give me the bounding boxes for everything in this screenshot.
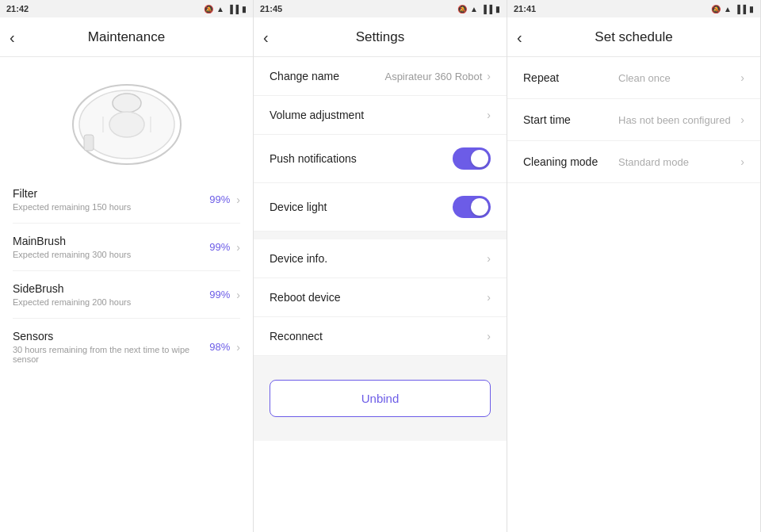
- settings-section-main: Change name Aspirateur 360 Robot › Volum…: [254, 57, 507, 356]
- maintenance-sidebrush-row[interactable]: SideBrush Expected remaining 200 hours 9…: [13, 271, 240, 319]
- change-name-value: Aspirateur 360 Robot ›: [384, 70, 491, 82]
- battery-icon-2: ▮: [495, 5, 500, 13]
- robot-image-area: [0, 57, 253, 176]
- repeat-chevron-icon: ›: [740, 71, 744, 84]
- panel-set-schedule: 21:41 🔕 ▲ ▐▐ ▮ ‹ Set schedule Repeat Cle…: [507, 0, 761, 532]
- unbind-button[interactable]: Unbind: [270, 380, 491, 417]
- status-bar-2: 21:45 🔕 ▲ ▐▐ ▮: [254, 0, 507, 17]
- settings-reboot-row[interactable]: Reboot device ›: [254, 278, 507, 317]
- sidebrush-chevron-icon: ›: [236, 289, 240, 301]
- robot-image: [63, 73, 190, 168]
- cleaning-mode-val: Standard mode: [618, 156, 740, 168]
- sidebrush-pct: 99%: [209, 289, 230, 300]
- schedule-header: ‹ Set schedule: [507, 17, 760, 57]
- settings-divider-1: [254, 232, 507, 239]
- schedule-start-time-row[interactable]: Start time Has not been configured ›: [507, 99, 760, 141]
- svg-point-3: [109, 112, 144, 137]
- reboot-label: Reboot device: [270, 291, 341, 304]
- status-bar-1: 21:42 🔕 ▲ ▐▐ ▮: [0, 0, 253, 17]
- filter-chevron-icon: ›: [236, 193, 240, 206]
- sensors-info: Sensors 30 hours remaining from the next…: [13, 330, 209, 364]
- repeat-val: Clean once: [618, 72, 740, 84]
- signal-icon-3: ▐▐: [735, 5, 746, 13]
- maintenance-mainbrush-row[interactable]: MainBrush Expected remaining 300 hours 9…: [13, 224, 240, 271]
- battery-icon: ▮: [242, 5, 247, 13]
- notification-icon: 🔕: [204, 5, 213, 13]
- mainbrush-chevron-icon: ›: [236, 241, 240, 254]
- filter-info: Filter Expected remaining 150 hours: [13, 187, 209, 212]
- wifi-icon: ▲: [216, 5, 224, 13]
- notification-icon-2: 🔕: [457, 5, 467, 13]
- mainbrush-desc: Expected remaining 300 hours: [13, 250, 209, 259]
- start-time-key: Start time: [523, 113, 618, 126]
- sidebrush-info: SideBrush Expected remaining 200 hours: [13, 282, 209, 307]
- sensors-chevron-icon: ›: [236, 341, 240, 354]
- settings-volume-row[interactable]: Volume adjustment ›: [254, 96, 507, 135]
- maintenance-filter-row[interactable]: Filter Expected remaining 150 hours 99% …: [13, 176, 240, 224]
- panel-settings: 21:45 🔕 ▲ ▐▐ ▮ ‹ Settings Change name As…: [254, 0, 507, 532]
- device-light-label: Device light: [270, 201, 327, 213]
- device-light-toggle[interactable]: [453, 196, 491, 218]
- reboot-value: ›: [487, 291, 491, 304]
- maintenance-sensors-row[interactable]: Sensors 30 hours remaining from the next…: [13, 319, 240, 375]
- status-icons-1: 🔕 ▲ ▐▐ ▮: [204, 5, 247, 13]
- push-notifications-toggle[interactable]: [453, 147, 491, 170]
- status-bar-3: 21:41 🔕 ▲ ▐▐ ▮: [507, 0, 760, 17]
- sensors-desc: 30 hours remaining from the next time to…: [13, 345, 209, 364]
- schedule-cleaning-mode-row[interactable]: Cleaning mode Standard mode ›: [507, 141, 760, 183]
- status-icons-2: 🔕 ▲ ▐▐ ▮: [457, 5, 500, 13]
- signal-icon: ▐▐: [228, 5, 239, 13]
- mainbrush-info: MainBrush Expected remaining 300 hours: [13, 235, 209, 259]
- settings-push-notifications-row[interactable]: Push notifications: [254, 135, 507, 183]
- schedule-back-button[interactable]: ‹: [517, 29, 522, 45]
- device-info-chevron-icon: ›: [487, 252, 491, 265]
- mainbrush-pct: 99%: [209, 241, 230, 253]
- maintenance-content: Filter Expected remaining 150 hours 99% …: [0, 57, 253, 532]
- volume-chevron-icon: ›: [487, 109, 491, 121]
- settings-change-name-row[interactable]: Change name Aspirateur 360 Robot ›: [254, 57, 507, 96]
- cleaning-mode-key: Cleaning mode: [523, 155, 618, 168]
- schedule-content: Repeat Clean once › Start time Has not b…: [507, 57, 760, 532]
- signal-icon-2: ▐▐: [481, 5, 492, 13]
- settings-back-button[interactable]: ‹: [263, 29, 269, 45]
- svg-rect-4: [84, 135, 94, 151]
- settings-device-light-row[interactable]: Device light: [254, 183, 507, 232]
- sensors-pct: 98%: [209, 341, 230, 353]
- device-info-label: Device info.: [270, 252, 327, 265]
- panel-maintenance: 21:42 🔕 ▲ ▐▐ ▮ ‹ Maintenance: [0, 0, 254, 532]
- filter-name: Filter: [13, 187, 209, 200]
- sensors-name: Sensors: [13, 330, 209, 343]
- start-time-chevron-icon: ›: [740, 113, 744, 126]
- sidebrush-name: SideBrush: [13, 282, 209, 295]
- device-info-value: ›: [487, 252, 491, 265]
- maintenance-list: Filter Expected remaining 150 hours 99% …: [0, 176, 253, 375]
- filter-desc: Expected remaining 150 hours: [13, 202, 209, 212]
- reconnect-value: ›: [487, 330, 491, 343]
- settings-header: ‹ Settings: [254, 17, 507, 57]
- time-1: 21:42: [6, 4, 29, 13]
- maintenance-back-button[interactable]: ‹: [10, 29, 15, 45]
- volume-label: Volume adjustment: [270, 109, 364, 121]
- sidebrush-desc: Expected remaining 200 hours: [13, 297, 209, 307]
- reconnect-chevron-icon: ›: [487, 330, 491, 343]
- filter-pct: 99%: [209, 193, 230, 205]
- settings-content: Change name Aspirateur 360 Robot › Volum…: [254, 57, 507, 532]
- wifi-icon-2: ▲: [470, 5, 478, 13]
- notification-icon-3: 🔕: [711, 5, 721, 13]
- svg-point-2: [113, 94, 141, 113]
- settings-title: Settings: [356, 29, 404, 45]
- change-name-label: Change name: [270, 70, 339, 82]
- schedule-repeat-row[interactable]: Repeat Clean once ›: [507, 57, 760, 99]
- change-name-chevron-icon: ›: [487, 70, 491, 82]
- reboot-chevron-icon: ›: [487, 291, 491, 304]
- volume-value: ›: [487, 109, 491, 121]
- maintenance-title: Maintenance: [88, 29, 165, 45]
- repeat-key: Repeat: [523, 71, 618, 84]
- unbind-area: Unbind: [254, 356, 507, 441]
- wifi-icon-3: ▲: [724, 5, 732, 13]
- mainbrush-name: MainBrush: [13, 235, 209, 247]
- settings-device-info-row[interactable]: Device info. ›: [254, 239, 507, 278]
- settings-reconnect-row[interactable]: Reconnect ›: [254, 317, 507, 356]
- push-notifications-label: Push notifications: [270, 152, 357, 165]
- maintenance-header: ‹ Maintenance: [0, 17, 253, 57]
